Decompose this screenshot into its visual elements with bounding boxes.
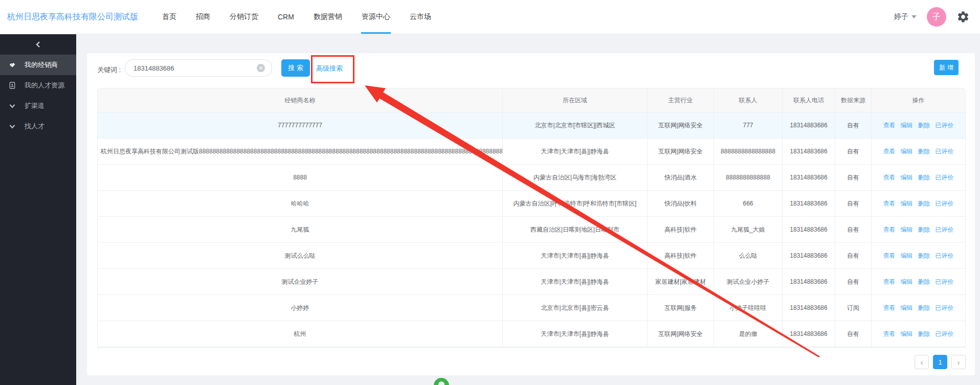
op-link[interactable]: 编辑 bbox=[901, 173, 913, 182]
cell-source: 自有 bbox=[835, 191, 872, 217]
sidebar-item[interactable]: 找人才 bbox=[0, 116, 76, 137]
op-link[interactable]: 删除 bbox=[918, 252, 930, 260]
add-button[interactable]: 新 增 bbox=[934, 60, 959, 75]
cell-industry: 快消品|酒水 bbox=[648, 165, 714, 191]
cell-source: 订阅 bbox=[835, 295, 872, 321]
cell-source: 自有 bbox=[835, 321, 872, 347]
op-link[interactable]: 已评价 bbox=[936, 304, 954, 312]
op-link[interactable]: 查看 bbox=[883, 304, 896, 312]
sidebar-item[interactable]: 扩渠道 bbox=[0, 96, 76, 116]
op-link[interactable]: 删除 bbox=[918, 330, 930, 338]
search-button[interactable]: 搜 索 bbox=[281, 59, 310, 77]
op-link[interactable]: 编辑 bbox=[901, 330, 913, 338]
table-row: 小婷婷北京市|北京市[县]|密云县互联网|服务小婷子哇哇哇18314883686… bbox=[98, 295, 965, 321]
main-nav: 首页招商分销订货CRM数据营销资源中心云市场 bbox=[152, 0, 441, 34]
op-link[interactable]: 已评价 bbox=[936, 173, 954, 182]
op-link[interactable]: 删除 bbox=[918, 121, 930, 130]
cell-name: 杭州 bbox=[98, 321, 503, 347]
handshake-icon bbox=[8, 61, 16, 70]
op-link[interactable]: 编辑 bbox=[901, 278, 913, 286]
next-page-button[interactable]: › bbox=[951, 355, 966, 369]
clear-input-icon[interactable]: ✕ bbox=[257, 64, 265, 72]
op-link[interactable]: 编辑 bbox=[901, 252, 913, 260]
cell-name: 小婷婷 bbox=[98, 295, 503, 321]
op-link[interactable]: 查看 bbox=[883, 121, 896, 130]
cell-source: 自有 bbox=[835, 217, 872, 243]
cell-contact: 是的撒 bbox=[714, 321, 783, 347]
op-link[interactable]: 编辑 bbox=[901, 304, 913, 312]
user-menu[interactable]: 婷子 bbox=[894, 12, 917, 21]
cell-region: 内蒙古自治区|呼和浩特市|呼和浩特市[市辖区] bbox=[503, 191, 648, 217]
op-link[interactable]: 查看 bbox=[883, 330, 896, 338]
cell-name: 测试么么哒 bbox=[98, 243, 503, 269]
sidebar-item[interactable]: 我的经销商 bbox=[0, 55, 76, 75]
cell-name: 九尾狐 bbox=[98, 217, 503, 243]
table-row: 测试么么哒天津市|天津市[县]|静海县高科技|软件么么哒18314883686自… bbox=[98, 243, 965, 269]
sidebar-item[interactable]: 我的人才资源 bbox=[0, 75, 76, 96]
op-link[interactable]: 已评价 bbox=[936, 147, 954, 156]
nav-item[interactable]: 招商 bbox=[186, 0, 220, 34]
sidebar-collapse-button[interactable] bbox=[0, 34, 76, 55]
nav-item[interactable]: 云市场 bbox=[400, 0, 441, 34]
column-header: 联系人电话 bbox=[783, 88, 835, 112]
cell-name: 哈哈哈 bbox=[98, 191, 503, 217]
sidebar-item-label: 扩渠道 bbox=[25, 101, 44, 110]
prev-page-button[interactable]: ‹ bbox=[915, 355, 929, 369]
cell-source: 自有 bbox=[835, 269, 872, 295]
cell-operations: 查看编辑删除已评价 bbox=[872, 243, 965, 269]
cell-phone: 18314883686 bbox=[783, 165, 835, 191]
cell-industry: 家居建材|家居建材 bbox=[648, 269, 714, 295]
op-link[interactable]: 删除 bbox=[918, 225, 930, 234]
op-link[interactable]: 删除 bbox=[918, 199, 930, 208]
navbar-right: 婷子 子 bbox=[894, 7, 980, 27]
op-link[interactable]: 编辑 bbox=[901, 147, 913, 156]
op-link[interactable]: 编辑 bbox=[901, 225, 913, 234]
cell-phone: 18314883686 bbox=[783, 295, 835, 321]
op-link[interactable]: 查看 bbox=[883, 173, 896, 182]
op-link[interactable]: 已评价 bbox=[936, 199, 954, 208]
cell-name: 测试企业婷子 bbox=[98, 269, 503, 295]
op-link[interactable]: 已评价 bbox=[936, 278, 954, 286]
cell-industry: 互联网|网络安全 bbox=[648, 112, 714, 139]
sidebar: 我的经销商我的人才资源扩渠道找人才 bbox=[0, 34, 76, 385]
cell-region: 天津市|天津市[县]|静海县 bbox=[503, 243, 648, 269]
op-link[interactable]: 已评价 bbox=[936, 252, 954, 260]
chevron-left-icon bbox=[35, 41, 42, 48]
op-link[interactable]: 编辑 bbox=[901, 199, 913, 208]
op-link[interactable]: 已评价 bbox=[936, 121, 954, 130]
keyword-input[interactable] bbox=[125, 59, 272, 77]
table-row: 7777777777777北京市|北京市[市辖区]|西城区互联网|网络安全777… bbox=[98, 112, 965, 139]
op-link[interactable]: 查看 bbox=[883, 252, 896, 260]
op-link[interactable]: 编辑 bbox=[901, 121, 913, 130]
op-link[interactable]: 查看 bbox=[883, 147, 896, 156]
cell-region: 天津市|天津市[县]|静海县 bbox=[503, 321, 648, 347]
cell-region: 北京市|北京市[县]|密云县 bbox=[503, 295, 648, 321]
nav-item[interactable]: 资源中心 bbox=[352, 0, 400, 34]
op-link[interactable]: 已评价 bbox=[936, 225, 954, 234]
op-link[interactable]: 查看 bbox=[883, 199, 896, 208]
gear-icon[interactable] bbox=[956, 10, 970, 24]
chat-float-button[interactable] bbox=[434, 378, 449, 385]
cell-source: 自有 bbox=[835, 243, 872, 269]
cell-phone: 18314883686 bbox=[783, 139, 835, 165]
cell-region: 天津市|天津市[县]|静海县 bbox=[503, 269, 648, 295]
op-link[interactable]: 删除 bbox=[918, 147, 930, 156]
op-link[interactable]: 查看 bbox=[883, 278, 896, 286]
page-1-button[interactable]: 1 bbox=[933, 355, 947, 369]
cell-operations: 查看编辑删除已评价 bbox=[872, 191, 965, 217]
cell-contact: 小婷子哇哇哇 bbox=[714, 295, 783, 321]
cell-industry: 互联网|服务 bbox=[648, 295, 714, 321]
avatar[interactable]: 子 bbox=[927, 7, 946, 27]
nav-item[interactable]: CRM bbox=[268, 0, 304, 34]
nav-item[interactable]: 数据营销 bbox=[304, 0, 352, 34]
brand-title[interactable]: 杭州日思夜享高科技有限公司测试版 bbox=[7, 12, 138, 22]
op-link[interactable]: 已评价 bbox=[936, 330, 954, 338]
op-link[interactable]: 删除 bbox=[918, 278, 930, 286]
op-link[interactable]: 删除 bbox=[918, 304, 930, 312]
column-header: 联系人 bbox=[714, 88, 783, 112]
nav-item[interactable]: 首页 bbox=[152, 0, 186, 34]
op-link[interactable]: 删除 bbox=[918, 173, 930, 182]
advanced-search-link[interactable]: 高级搜索 bbox=[316, 64, 343, 73]
nav-item[interactable]: 分销订货 bbox=[220, 0, 268, 34]
op-link[interactable]: 查看 bbox=[883, 225, 896, 234]
